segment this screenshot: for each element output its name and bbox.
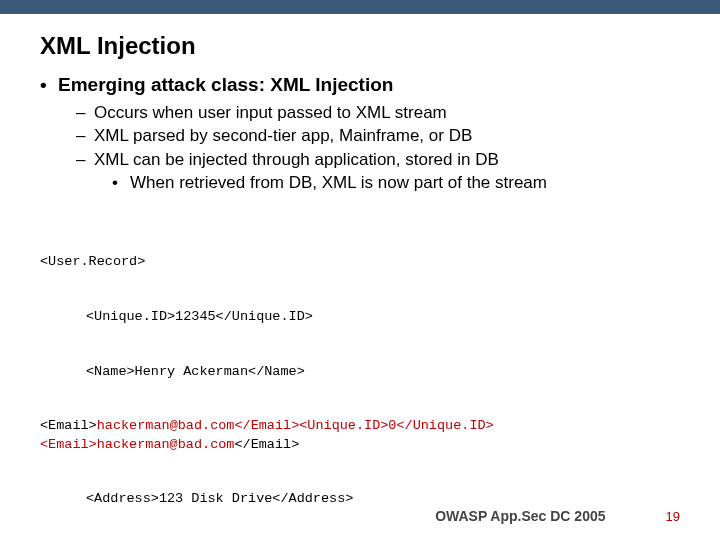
bullet-level1: Emerging attack class: XML Injection — [40, 74, 680, 96]
bullet-level2: Occurs when user input passed to XML str… — [40, 102, 680, 123]
footer-brand: OWASP App.Sec DC 2005 — [435, 508, 605, 524]
xml-code-block: <User.Record> <Unique.ID>12345</Unique.I… — [40, 217, 680, 540]
bullet-level2: XML can be injected through application,… — [40, 149, 680, 170]
code-text: <Email> — [40, 418, 97, 433]
bullet-level3: When retrieved from DB, XML is now part … — [40, 172, 680, 193]
code-line-injected: <Email>hackerman@bad.com</Email><Unique.… — [40, 417, 680, 453]
bullet-level2: XML parsed by second-tier app, Mainframe… — [40, 125, 680, 146]
code-line: <Unique.ID>12345</Unique.ID> — [40, 308, 680, 326]
code-line: <Address>123 Disk Drive</Address> — [40, 490, 680, 508]
code-line: <Name>Henry Ackerman</Name> — [40, 363, 680, 381]
slide-footer: OWASP App.Sec DC 2005 19 — [40, 508, 680, 524]
header-bar — [0, 0, 720, 14]
code-text: </Email> — [234, 437, 299, 452]
slide-title: XML Injection — [40, 32, 680, 60]
page-number: 19 — [666, 509, 680, 524]
code-line: <User.Record> — [40, 253, 680, 271]
slide-content: XML Injection Emerging attack class: XML… — [0, 14, 720, 540]
